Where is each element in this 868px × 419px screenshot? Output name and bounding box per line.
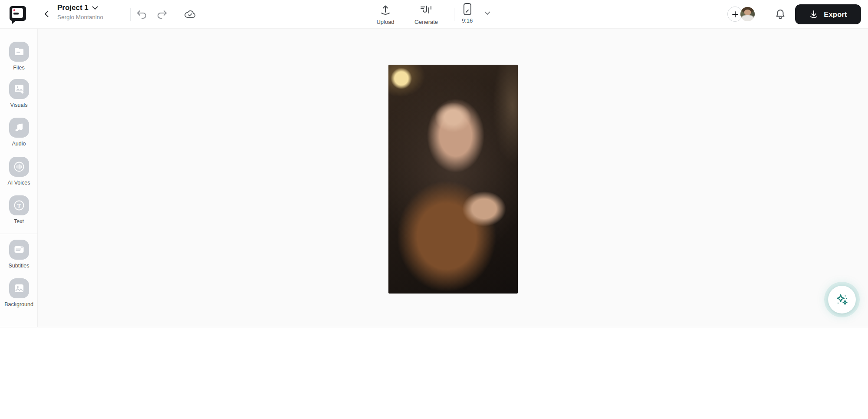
- sidebar-item-label: AI Voices: [7, 180, 30, 186]
- export-button[interactable]: Export: [795, 4, 861, 24]
- phone-portrait-icon: [462, 2, 473, 16]
- timeline-panel: Split 1 2 Smart Layout 0:00:00.00/0:01:1…: [0, 327, 868, 419]
- left-sidebar: Files Visuals Audio AI Voices T Text Sub…: [0, 29, 38, 327]
- plus-icon: [732, 11, 739, 18]
- download-icon: [809, 10, 819, 19]
- chevron-down-icon: [92, 6, 98, 10]
- undo-icon: [136, 10, 148, 19]
- upload-button[interactable]: Upload: [367, 3, 404, 26]
- sidebar-item-background[interactable]: Background: [0, 278, 38, 307]
- svg-text:T: T: [17, 202, 21, 209]
- sidebar-item-label: Visuals: [10, 102, 27, 108]
- folder-icon: [9, 42, 29, 62]
- app-logo[interactable]: [8, 4, 28, 24]
- aspect-ratio-button[interactable]: 9:16: [462, 2, 473, 24]
- voice-waveform-icon: [9, 157, 29, 177]
- upload-label: Upload: [376, 19, 394, 25]
- generate-icon: [420, 4, 433, 16]
- project-owner: Sergio Montanino: [57, 14, 103, 20]
- cloud-check-icon: [184, 9, 197, 20]
- ai-magic-button[interactable]: [828, 286, 856, 313]
- sidebar-item-label: Audio: [12, 141, 26, 147]
- sidebar-item-subtitles[interactable]: Subtitles: [0, 240, 38, 269]
- project-info: Project 1 Sergio Montanino: [57, 3, 103, 20]
- sidebar-item-audio[interactable]: Audio: [0, 118, 38, 147]
- background-icon: [9, 278, 29, 298]
- back-button[interactable]: [40, 7, 54, 21]
- generate-label: Generate: [414, 19, 438, 25]
- sidebar-divider: [0, 234, 38, 234]
- bell-icon: [775, 9, 786, 20]
- redo-button[interactable]: [155, 7, 169, 21]
- visuals-icon: [9, 79, 29, 99]
- sidebar-item-text[interactable]: T Text: [0, 195, 38, 224]
- aspect-ratio-label: 9:16: [462, 17, 473, 24]
- notifications-button[interactable]: [773, 7, 788, 22]
- undo-button[interactable]: [135, 7, 149, 21]
- text-icon: T: [9, 195, 29, 215]
- music-note-icon: [9, 118, 29, 138]
- project-title-dropdown[interactable]: Project 1: [57, 3, 103, 12]
- export-label: Export: [824, 10, 847, 19]
- redo-icon: [156, 10, 168, 19]
- sidebar-item-label: Files: [13, 65, 24, 71]
- top-bar: Project 1 Sergio Montanino Upload Genera…: [0, 0, 868, 29]
- editor-canvas: [38, 29, 868, 327]
- sidebar-item-files[interactable]: Files: [0, 42, 38, 71]
- cloud-sync-button[interactable]: [182, 7, 198, 22]
- sparkles-icon: [835, 292, 849, 307]
- sidebar-item-label: Background: [4, 301, 33, 307]
- sidebar-item-visuals[interactable]: Visuals: [0, 79, 38, 108]
- sidebar-item-label: Subtitles: [9, 263, 30, 269]
- header-divider: [454, 8, 454, 21]
- header-divider: [765, 8, 765, 21]
- upload-icon: [379, 4, 391, 16]
- sidebar-item-ai-voices[interactable]: AI Voices: [0, 157, 38, 186]
- subtitles-icon: [9, 240, 29, 260]
- sidebar-item-label: Text: [14, 218, 24, 224]
- header-divider: [130, 8, 131, 21]
- chevron-down-icon[interactable]: [484, 11, 490, 15]
- generate-button[interactable]: Generate: [408, 3, 444, 26]
- avatar[interactable]: [740, 6, 756, 22]
- project-title: Project 1: [57, 3, 89, 12]
- video-preview[interactable]: [388, 65, 518, 294]
